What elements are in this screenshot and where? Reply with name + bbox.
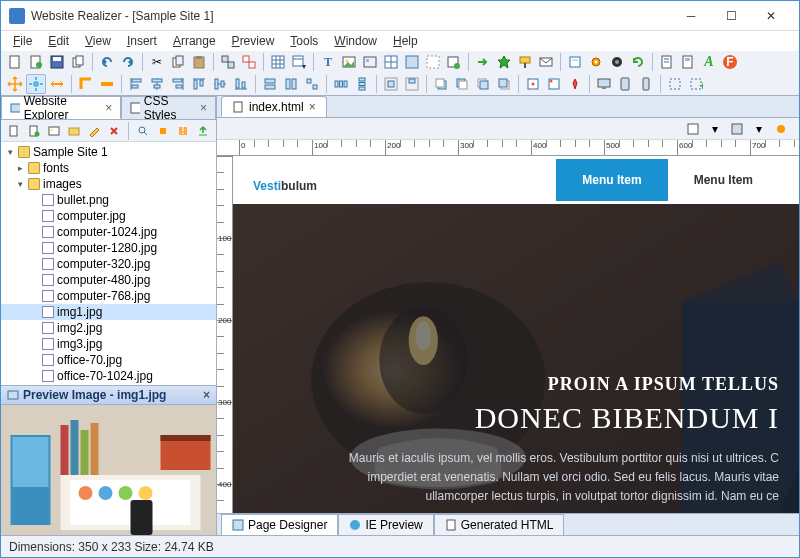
cut-icon[interactable]: ✂	[147, 52, 167, 72]
gear-icon[interactable]	[586, 52, 606, 72]
paint-icon[interactable]	[515, 52, 535, 72]
tree-item[interactable]: computer-480.jpg	[1, 272, 216, 288]
new-folder-icon[interactable]	[65, 121, 83, 141]
edit-icon[interactable]	[85, 121, 103, 141]
same-size-icon[interactable]	[302, 74, 322, 94]
align-bottom-icon[interactable]	[231, 74, 251, 94]
font-f-icon[interactable]: F	[720, 52, 740, 72]
back-step-icon[interactable]	[494, 74, 514, 94]
thumb-icon[interactable]	[360, 52, 380, 72]
tree-item[interactable]: computer-768.jpg	[1, 288, 216, 304]
guide-h-icon[interactable]	[47, 74, 67, 94]
tab-ie-preview[interactable]: IE Preview	[338, 514, 433, 536]
tree-item[interactable]: office-70-1024.jpg	[1, 368, 216, 384]
import-icon[interactable]	[154, 121, 172, 141]
center-h-icon[interactable]	[402, 74, 422, 94]
mail-icon[interactable]	[536, 52, 556, 72]
anchor1-icon[interactable]	[523, 74, 543, 94]
menu-help[interactable]: Help	[385, 32, 426, 50]
close-button[interactable]: ✕	[751, 2, 791, 30]
same-width-icon[interactable]	[260, 74, 280, 94]
snap-icon[interactable]	[26, 74, 46, 94]
new-page-icon[interactable]	[26, 52, 46, 72]
box-icon[interactable]	[565, 52, 585, 72]
new-icon[interactable]	[5, 52, 25, 72]
menu-view[interactable]: View	[77, 32, 119, 50]
tab-close-icon[interactable]: ×	[200, 101, 207, 115]
align-right-icon[interactable]	[168, 74, 188, 94]
tree-item[interactable]: computer.jpg	[1, 208, 216, 224]
tree-item[interactable]: computer-1280.jpg	[1, 240, 216, 256]
snippet-icon[interactable]	[657, 52, 677, 72]
corner-icon[interactable]	[76, 74, 96, 94]
menu-insert[interactable]: Insert	[119, 32, 165, 50]
tab-website-explorer[interactable]: Website Explorer ×	[1, 96, 121, 119]
arrow-icon[interactable]	[473, 52, 493, 72]
minimize-button[interactable]: ─	[671, 2, 711, 30]
menu-file[interactable]: File	[5, 32, 40, 50]
table-drop-icon[interactable]	[289, 52, 309, 72]
menu-preview[interactable]: Preview	[224, 32, 283, 50]
settings-icon[interactable]	[771, 119, 791, 139]
view-drop-icon[interactable]: ▾	[705, 119, 725, 139]
phone-icon[interactable]	[636, 74, 656, 94]
tree-item[interactable]: ▸fonts	[1, 160, 216, 176]
search-icon[interactable]	[134, 121, 152, 141]
grid-icon[interactable]	[402, 52, 422, 72]
nav-item-2[interactable]: Menu Item	[668, 159, 779, 201]
view2-icon[interactable]	[727, 119, 747, 139]
record-icon[interactable]	[607, 52, 627, 72]
tree-item[interactable]: img3.jpg	[1, 336, 216, 352]
tree-item[interactable]: computer-1024.jpg	[1, 224, 216, 240]
align-left-icon[interactable]	[126, 74, 146, 94]
tab-css-styles[interactable]: CSS Styles ×	[121, 96, 216, 119]
tablet-icon[interactable]	[615, 74, 635, 94]
send-back-icon[interactable]	[452, 74, 472, 94]
select-box-icon[interactable]	[665, 74, 685, 94]
text-icon[interactable]: T	[318, 52, 338, 72]
table2-icon[interactable]	[381, 52, 401, 72]
align-middle-icon[interactable]	[210, 74, 230, 94]
tree-item[interactable]: bullet.png	[1, 192, 216, 208]
save-icon[interactable]	[47, 52, 67, 72]
new-file-icon[interactable]	[5, 121, 23, 141]
front-step-icon[interactable]	[473, 74, 493, 94]
bring-front-icon[interactable]	[431, 74, 451, 94]
nav-item-1[interactable]: Menu Item	[556, 159, 667, 201]
tree-item[interactable]: office-70.jpg	[1, 352, 216, 368]
styles-icon[interactable]	[678, 52, 698, 72]
add-image-icon[interactable]	[45, 121, 63, 141]
paste-icon[interactable]	[189, 52, 209, 72]
bar-icon[interactable]	[97, 74, 117, 94]
menu-tools[interactable]: Tools	[282, 32, 326, 50]
warning-icon[interactable]: !	[174, 121, 192, 141]
ungroup-icon[interactable]	[239, 52, 259, 72]
center-page-icon[interactable]	[381, 74, 401, 94]
doc-tab-close-icon[interactable]: ×	[309, 100, 316, 114]
menu-window[interactable]: Window	[326, 32, 385, 50]
new-item-icon[interactable]	[25, 121, 43, 141]
same-height-icon[interactable]	[281, 74, 301, 94]
tree-item[interactable]: computer-320.jpg	[1, 256, 216, 272]
menu-edit[interactable]: Edit	[40, 32, 77, 50]
table-icon[interactable]	[268, 52, 288, 72]
preview-close-icon[interactable]: ×	[203, 388, 210, 402]
tree-item[interactable]: ▾Sample Site 1	[1, 144, 216, 160]
dist-v-icon[interactable]	[352, 74, 372, 94]
group-icon[interactable]	[218, 52, 238, 72]
undo-icon[interactable]	[97, 52, 117, 72]
image-icon[interactable]	[339, 52, 359, 72]
star-icon[interactable]	[494, 52, 514, 72]
upload-icon[interactable]	[194, 121, 212, 141]
insert-drop-icon[interactable]	[444, 52, 464, 72]
tree-item[interactable]: ▾images	[1, 176, 216, 192]
dist-h-icon[interactable]	[331, 74, 351, 94]
tab-page-designer[interactable]: Page Designer	[221, 514, 338, 536]
font-a-icon[interactable]: A	[699, 52, 719, 72]
pin-icon[interactable]	[565, 74, 585, 94]
view1-icon[interactable]	[683, 119, 703, 139]
tree-item[interactable]: img2.jpg	[1, 320, 216, 336]
delete-icon[interactable]	[105, 121, 123, 141]
file-tree[interactable]: ▾Sample Site 1▸fonts▾imagesbullet.pngcom…	[1, 142, 216, 385]
frame-icon[interactable]	[423, 52, 443, 72]
